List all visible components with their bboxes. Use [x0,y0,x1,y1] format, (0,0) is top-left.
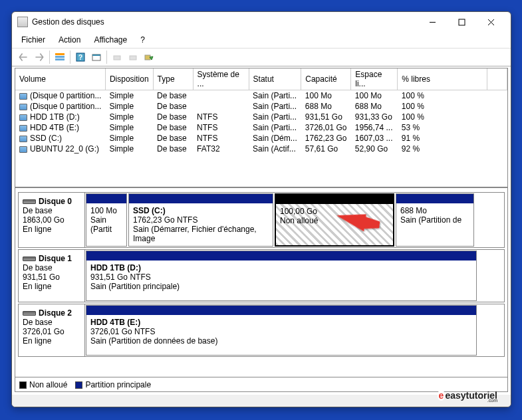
menu-file[interactable]: Fichier [16,33,51,47]
toolbar: ? [12,49,511,66]
col-type[interactable]: Type [153,68,193,90]
action2-button[interactable] [126,50,140,64]
watermark-logo: e [438,390,446,401]
volume-row[interactable]: HDD 1TB (D:)SimpleDe baseNTFSSain (Parti… [15,112,507,122]
col-layout[interactable]: Disposition [105,68,153,90]
app-icon [17,17,28,27]
maximize-button[interactable] [447,12,476,32]
svg-rect-1 [459,19,465,25]
disk-row: Disque 0De base1863,00 GoEn ligne100 MoS… [18,192,505,248]
volume-list[interactable]: Volume Disposition Type Système de ... S… [15,68,507,188]
disk-label[interactable]: Disque 2De base3726,01 GoEn ligne [19,304,85,356]
partition[interactable]: 688 MoSain (Partition de [396,193,474,247]
watermark: eeasytutoriel .com [438,390,497,403]
legend-unalloc: Non alloué [29,380,67,389]
svg-rect-11 [114,56,120,60]
volume-icon [19,93,27,100]
svg-rect-12 [130,56,136,60]
close-button[interactable] [476,12,505,32]
svg-rect-4 [55,53,65,55]
action1-button[interactable] [110,50,124,64]
volume-icon [19,125,27,132]
svg-rect-10 [92,54,100,56]
volume-row[interactable]: (Disque 0 partition...SimpleDe baseSain … [15,101,507,112]
menu-action[interactable]: Action [53,33,86,47]
legend-swatch-primary [75,381,82,389]
volume-row[interactable]: (Disque 0 partition...SimpleDe baseSain … [15,90,507,102]
back-button[interactable] [16,50,31,64]
view-list-button[interactable] [53,50,67,64]
col-spacer[interactable] [487,68,507,90]
legend: Non alloué Partition principale [15,377,507,391]
col-capacity[interactable]: Capacité [301,68,351,90]
disk-row: Disque 2De base3726,01 GoEn ligneHDD 4TB… [18,304,505,357]
disk-label[interactable]: Disque 1De base931,51 GoEn ligne [19,250,85,302]
title-bar[interactable]: Gestion des disques [12,12,511,32]
menu-help[interactable]: ? [135,33,150,47]
menu-bar: Fichier Action Affichage ? [12,32,511,49]
toolbar-separator [49,51,50,64]
volume-row[interactable]: UBUNTU 22_0 (G:)SimpleDe baseFAT32Sain (… [15,144,507,154]
action3-button[interactable] [142,50,156,64]
refresh-button[interactable] [89,50,104,64]
status-bar [12,395,511,407]
partition[interactable]: HDD 4TB (E:)3726,01 Go NTFSSain (Partiti… [86,305,477,356]
volume-icon [19,146,27,153]
col-status[interactable]: Statut [249,68,301,90]
volume-icon [19,104,27,110]
window-title: Gestion des disques [32,17,418,27]
help-button[interactable]: ? [73,50,88,64]
legend-primary: Partition principale [85,380,151,389]
col-free[interactable]: Espace li... [351,68,398,90]
content-pane: Volume Disposition Type Système de ... S… [15,68,508,392]
partition[interactable]: HDD 1TB (D:)931,51 Go NTFSSain (Partitio… [86,251,477,301]
volume-icon [19,114,27,121]
legend-swatch-unalloc [19,381,27,389]
svg-text:?: ? [78,54,82,61]
col-fs[interactable]: Système de ... [193,68,249,90]
svg-rect-6 [55,58,65,60]
volume-row[interactable]: HDD 4TB (E:)SimpleDe baseNTFSSain (Parti… [15,122,507,133]
minimize-button[interactable] [418,12,447,32]
volume-row[interactable]: SSD (C:)SimpleDe baseNTFSSain (Dém...176… [15,133,507,144]
svg-rect-5 [55,56,65,58]
disk-graphical-view[interactable]: Disque 0De base1863,00 GoEn ligne100 MoS… [15,189,507,376]
disk-label[interactable]: Disque 0De base1863,00 GoEn ligne [19,193,85,247]
partition[interactable]: 100 MoSain (Partit [86,193,127,247]
toolbar-separator [70,51,70,64]
toolbar-separator [106,51,107,64]
partition[interactable]: SSD (C:)1762,23 Go NTFSSain (Démarrer, F… [128,193,273,247]
disk-icon [23,311,36,316]
unallocated-space[interactable]: 100,00 GoNon alloué [275,193,394,247]
forward-button[interactable] [32,50,47,64]
disk-icon [23,257,36,261]
disk-icon [23,199,36,204]
col-pctfree[interactable]: % libres [398,68,487,90]
menu-view[interactable]: Affichage [88,33,132,47]
volume-icon [19,136,27,142]
disk-management-window: Gestion des disques Fichier Action Affic… [11,11,511,407]
disk-row: Disque 1De base931,51 GoEn ligneHDD 1TB … [18,249,505,302]
col-volume[interactable]: Volume [15,68,105,90]
